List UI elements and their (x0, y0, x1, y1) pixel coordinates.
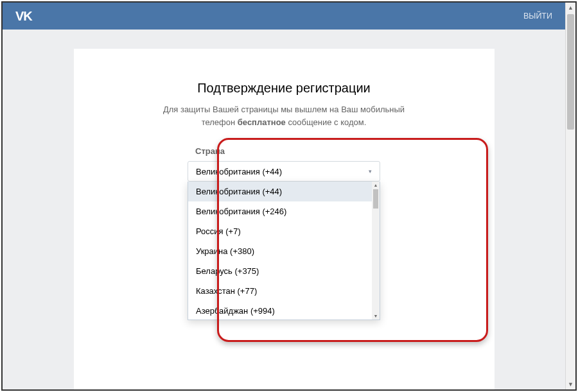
country-option[interactable]: Азербайджан (+994) (188, 301, 380, 320)
registration-card: Подтверждение регистрации Для защиты Ваш… (74, 49, 495, 389)
country-option[interactable]: Украина (+380) (188, 241, 380, 261)
subtitle-bold: бесплатное (238, 117, 286, 127)
country-option[interactable]: Россия (+7) (188, 221, 380, 241)
chevron-down-icon: ▾ (369, 168, 372, 175)
subtitle-post: сообщение с кодом. (286, 117, 366, 127)
dropdown-scrollbar[interactable]: ▲ ▼ (372, 182, 380, 320)
country-option[interactable]: Беларусь (+375) (188, 261, 380, 281)
vk-logo[interactable]: VK (15, 9, 32, 24)
scroll-up-icon[interactable]: ▲ (372, 182, 380, 189)
page-subtitle: Для защиты Вашей страницы мы вышлем на В… (162, 103, 406, 128)
scroll-down-icon[interactable]: ▼ (372, 312, 380, 320)
country-option[interactable]: Великобритания (+44) (188, 182, 380, 201)
logout-link[interactable]: ВЫЙТИ (523, 12, 552, 21)
country-option[interactable]: Казахстан (+77) (188, 281, 380, 301)
country-dropdown: Великобритания (+44) Великобритания (+24… (188, 182, 380, 320)
page-title: Подтверждение регистрации (100, 81, 469, 96)
scroll-thumb[interactable] (373, 189, 378, 209)
scroll-thumb[interactable] (567, 14, 574, 130)
country-select-value: Великобритания (+44) (196, 167, 282, 176)
scroll-up-icon[interactable]: ▲ (566, 3, 575, 13)
app-header: VK ВЫЙТИ (3, 3, 565, 30)
country-label: Страна (188, 146, 380, 156)
country-select[interactable]: Великобритания (+44) ▾ (188, 161, 380, 182)
page-scrollbar[interactable]: ▲ ▼ (565, 3, 575, 389)
scroll-down-icon[interactable]: ▼ (566, 379, 575, 389)
country-option[interactable]: Великобритания (+246) (188, 201, 380, 221)
